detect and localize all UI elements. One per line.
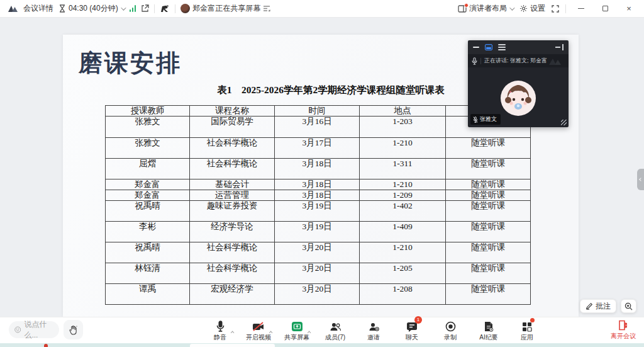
panel-video-view-icon[interactable] bbox=[485, 44, 492, 50]
table-cell: 运营管理 bbox=[190, 190, 275, 201]
table-cell: 1-311 bbox=[360, 159, 446, 179]
leave-label: 离开会议 bbox=[611, 332, 636, 341]
minimize-button[interactable] bbox=[572, 2, 590, 16]
hand-icon bbox=[69, 325, 78, 335]
network-signal-icon[interactable] bbox=[130, 5, 136, 12]
leave-icon bbox=[618, 320, 628, 331]
divider bbox=[175, 4, 175, 13]
meeting-timer-dropdown[interactable]: 04:30 (40分钟) bbox=[58, 3, 125, 14]
invite-button[interactable]: 邀请 bbox=[360, 319, 387, 342]
zoom-button[interactable] bbox=[621, 299, 636, 313]
table-cell: 3月20日 bbox=[275, 284, 360, 305]
apps-button[interactable]: 应用 bbox=[513, 319, 541, 342]
settings-label: 设置 bbox=[530, 3, 545, 14]
meeting-control-bar: 说点什么... 静音 开启视频 共享屏幕 bbox=[0, 317, 644, 343]
table-cell: 谭禹 bbox=[106, 284, 190, 305]
chevron-down-icon bbox=[121, 5, 126, 10]
table-cell: 郑金富 bbox=[106, 190, 190, 201]
chat-input[interactable]: 说点什么... bbox=[9, 321, 59, 338]
table-cell: 随堂听课 bbox=[446, 284, 531, 305]
table-cell: 随堂听课 bbox=[446, 201, 531, 222]
page-title: 磨课安排 bbox=[79, 47, 182, 79]
window-titlebar: 会议详情 04:30 (40分钟) 郑金富正在共享屏幕 bbox=[0, 0, 644, 18]
table-cell: 1-210 bbox=[360, 179, 446, 190]
table-cell: 3月18日 bbox=[275, 190, 360, 201]
table-cell: 1-208 bbox=[360, 284, 446, 305]
chat-input-placeholder: 说点什么... bbox=[24, 319, 53, 341]
members-button[interactable]: 成员(7) bbox=[321, 319, 349, 342]
divider bbox=[154, 4, 155, 13]
popout-icon[interactable] bbox=[141, 4, 149, 13]
table-cell: 3月20日 bbox=[275, 242, 360, 263]
settings-button[interactable]: 设置 bbox=[519, 3, 545, 14]
panel-list-view-icon[interactable] bbox=[498, 44, 506, 50]
partner-logo bbox=[160, 4, 170, 13]
side-panel-collapse-tab[interactable] bbox=[637, 169, 644, 190]
table-cell: 3月19日 bbox=[275, 222, 360, 242]
control-buttons: 静音 开启视频 共享屏幕 成员(7) 邀请 bbox=[206, 319, 541, 342]
annotate-button[interactable]: 批注 bbox=[580, 299, 616, 313]
share-screen-label: 共享屏幕 bbox=[284, 333, 309, 342]
ai-notes-button[interactable]: AI纪要 bbox=[475, 319, 502, 342]
raise-hand-button[interactable] bbox=[64, 320, 83, 339]
record-button[interactable]: 录制 bbox=[436, 319, 464, 342]
watermark-logo bbox=[548, 57, 565, 65]
table-cell: 随堂听课 bbox=[446, 190, 531, 201]
table-cell: 随堂听课 bbox=[446, 179, 531, 190]
table-cell: 3月18日 bbox=[275, 159, 360, 179]
table-cell: 张雅文 bbox=[106, 138, 190, 159]
table-cell: 随堂听课 bbox=[446, 222, 531, 242]
layout-label: 演讲者布局 bbox=[469, 3, 507, 14]
invite-label: 邀请 bbox=[367, 333, 380, 342]
sharer-avatar bbox=[180, 4, 190, 13]
panel-minimize-icon[interactable] bbox=[473, 47, 479, 48]
table-row: 张雅文国际贸易学3月16日1-203 bbox=[106, 117, 531, 138]
members-icon bbox=[330, 319, 341, 332]
layout-switcher[interactable]: 演讲者布局 bbox=[458, 3, 513, 14]
table-cell: 祝禹晴 bbox=[106, 201, 190, 222]
start-video-label: 开启视频 bbox=[246, 333, 271, 342]
table-header-cell: 课程名称 bbox=[190, 106, 275, 117]
maximize-button[interactable] bbox=[596, 2, 614, 16]
table-cell: 国际贸易学 bbox=[190, 117, 275, 138]
table-row: 屈熠社会科学概论3月18日1-311随堂听课 bbox=[106, 159, 531, 179]
table-row: 李彬经济学导论3月19日1-409随堂听课 bbox=[106, 222, 531, 242]
chevron-left-icon bbox=[639, 178, 643, 181]
speaking-label: 正在讲话: 张雅文; 郑金富 bbox=[484, 57, 547, 65]
screen-share-status-icon bbox=[263, 5, 270, 12]
mute-label: 静音 bbox=[214, 333, 226, 342]
participant-video-tile[interactable]: 张雅文 bbox=[468, 67, 569, 127]
leave-meeting-button[interactable]: 离开会议 bbox=[611, 320, 636, 341]
table-cell: 社会科学概论 bbox=[190, 138, 275, 159]
schedule-table: 授课教师课程名称时间地点 张雅文国际贸易学3月16日1-203张雅文社会科学概论… bbox=[105, 105, 531, 305]
camera-off-icon bbox=[252, 319, 265, 332]
table-cell: 张雅文 bbox=[106, 117, 190, 138]
chat-icon: 1 bbox=[406, 319, 418, 332]
table-row: 郑金富基础会计3月18日1-210随堂听课 bbox=[106, 179, 531, 190]
table-row: 谭禹宏观经济学3月20日1-208随堂听课 bbox=[106, 284, 531, 305]
floating-video-panel[interactable]: 正在讲话: 张雅文; 郑金富 张雅文 bbox=[468, 40, 569, 127]
meeting-details-button[interactable]: 会议详情 bbox=[23, 3, 53, 14]
share-screen-button[interactable]: 共享屏幕 bbox=[283, 319, 311, 342]
os-taskbar-sliver bbox=[0, 343, 644, 347]
share-options-caret[interactable] bbox=[309, 324, 311, 336]
panel-resize-handle[interactable] bbox=[561, 120, 567, 125]
chat-button[interactable]: 1 聊天 bbox=[398, 319, 426, 342]
invite-icon bbox=[368, 319, 379, 332]
divider bbox=[480, 58, 481, 64]
table-cell: 3月20日 bbox=[275, 263, 360, 284]
table-header-cell: 授课教师 bbox=[106, 106, 190, 117]
meeting-app-logo-icon bbox=[8, 4, 18, 13]
table-cell: 1-210 bbox=[360, 242, 446, 263]
table-row: 祝禹晴趣味证券投资3月19日1-402随堂听课 bbox=[106, 201, 531, 222]
table-cell: 3月16日 bbox=[275, 117, 360, 138]
chat-badge: 1 bbox=[414, 316, 422, 324]
start-video-button[interactable]: 开启视频 bbox=[245, 319, 272, 342]
video-options-caret[interactable] bbox=[270, 324, 273, 336]
fullscreen-button[interactable] bbox=[552, 5, 559, 13]
mute-options-caret[interactable] bbox=[232, 324, 235, 336]
panel-dock-icon[interactable] bbox=[555, 44, 564, 50]
mute-button[interactable]: 静音 bbox=[206, 319, 234, 342]
chat-label: 聊天 bbox=[406, 333, 418, 342]
close-button[interactable]: × bbox=[620, 2, 638, 16]
